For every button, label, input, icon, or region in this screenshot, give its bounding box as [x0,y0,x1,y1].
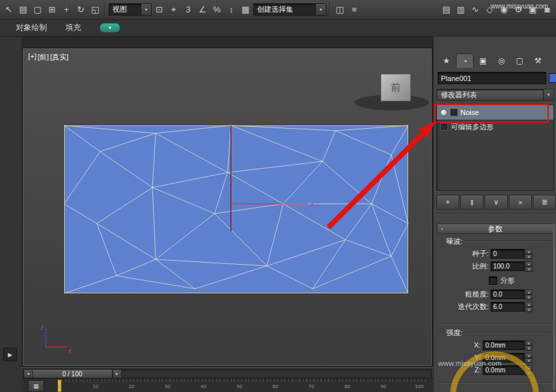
modifier-stack-row[interactable]: Noise [437,105,553,120]
param-value-field[interactable]: 0.0mm [483,340,525,350]
angle-snap-icon[interactable]: ∠ [196,3,209,17]
render-setup-icon[interactable]: ⚙ [512,3,525,17]
modifier-enable-bulb-icon[interactable] [440,109,447,116]
spinner-up-icon[interactable]: ▴ [525,249,532,254]
select-and-scale-icon[interactable]: ◱ [88,3,102,17]
spinner-down-icon[interactable]: ▾ [525,358,532,363]
spinner-up-icon[interactable]: ▴ [525,340,532,346]
selection-region-icon[interactable]: ▢ [31,3,44,17]
noise-rows: 种子:0▴▾比例:100.0▴▾ [438,248,552,271]
object-color-swatch[interactable] [549,73,556,83]
viewport-menu-general[interactable]: [+] [28,52,37,62]
frame-number: 50 [237,384,243,389]
parameters-rollout-header[interactable]: - 参数 [437,223,553,234]
frame-number: 70 [309,384,315,389]
render-production-icon[interactable]: ◙ [540,3,554,17]
modifier-stack[interactable]: Noise可编辑多边形 [436,105,554,191]
modifier-list-dropdown[interactable]: 修改器列表 ▼ [436,89,554,101]
viewcube[interactable]: 前 [381,74,411,101]
param-value-field[interactable]: 0.0mm [483,353,525,363]
create-tab[interactable]: ★ [438,54,455,68]
expand-panel-button[interactable]: ▶ [3,348,17,361]
spinner-down-icon[interactable]: ▾ [525,254,532,259]
snap-toggle-3d-icon[interactable]: 3 [181,3,195,17]
select-and-manipulate-icon[interactable]: ⌖ [167,3,181,17]
mini-curve-editor-button[interactable]: ▦ [28,380,44,392]
use-pivot-point-icon[interactable]: ⊡ [152,3,166,17]
layer-manager-icon[interactable]: ▤ [440,3,453,17]
spinner-up-icon[interactable]: ▴ [525,353,532,358]
viewport-front[interactable]: [+] [前] [真实] 前 x z x [22,37,433,367]
modifier-stack-row[interactable]: 可编辑多边形 [437,120,553,134]
object-name-field[interactable]: Plane001 [438,72,546,84]
hierarchy-tab[interactable]: ▣ [474,54,492,68]
configure-modifier-sets-button[interactable]: ≣ [533,195,556,210]
make-unique-button[interactable]: ∨ [485,195,508,210]
graphite-ribbon-icon[interactable]: ▥ [454,3,468,17]
mirror-icon[interactable]: ◫ [333,3,347,17]
previous-frame-button[interactable]: ◄ [24,369,33,378]
select-and-rotate-icon[interactable]: ↻ [74,3,88,17]
ribbon-tab-object-paint[interactable]: 对象绘制 [16,22,47,33]
select-object-icon[interactable]: ↖ [2,3,16,17]
schematic-view-icon[interactable]: ◇ [483,3,496,17]
remove-modifier-button[interactable]: × [509,195,532,210]
ribbon-tab-populate[interactable]: 填充 [65,22,81,33]
display-tab[interactable]: ▢ [511,54,529,68]
strength-parameter-group: 强度: X:0.0mm▴▾Y:0.0mm▴▾Z:0.0mm▴▾ [437,332,553,383]
spinner-up-icon[interactable]: ▴ [525,365,532,370]
fractal-checkbox[interactable] [489,276,497,285]
window-crossing-icon[interactable]: ⊞ [45,3,59,17]
track-bar[interactable]: ▦ 0102030405060708090100 [22,378,433,392]
named-selection-sets-dropdown[interactable]: 创建选择集 ▼ [253,3,326,16]
percent-snap-icon[interactable]: % [210,3,224,17]
panel-divider [436,213,554,214]
spinner-arrows: ▴▾ [525,365,532,375]
material-editor-icon[interactable]: ◉ [497,3,511,17]
chevron-down-icon[interactable]: ▼ [141,4,151,15]
spinner-down-icon[interactable]: ▾ [525,307,532,312]
pin-stack-button[interactable]: ⌖ [436,195,459,210]
ribbon-minimize-toggle[interactable]: ▾ [99,23,120,33]
reference-coordinate-dropdown[interactable]: 视图 ▼ [109,3,152,16]
spinner-down-icon[interactable]: ▾ [525,267,532,272]
viewport-menu-shading[interactable]: [真实] [50,52,69,62]
frame-number: 10 [93,384,99,389]
select-by-name-icon[interactable]: ▤ [16,3,30,17]
next-frame-button[interactable]: ► [113,369,122,378]
selection-tools-group: ↖▤▢⊞+↻◱ [2,3,102,17]
plane-object-wireframe[interactable]: x [64,125,408,293]
edit-named-selection-sets-icon[interactable]: ▦ [239,3,252,17]
plane-object[interactable] [65,126,408,293]
spinner-snap-icon[interactable]: ↕ [224,3,238,17]
align-icon[interactable]: ≡ [347,3,361,17]
chevron-down-icon[interactable]: ▼ [543,90,553,100]
param-value-field[interactable]: 0 [491,249,525,259]
viewport-canvas[interactable]: [+] [前] [真实] 前 x z x [23,48,432,366]
modify-tab[interactable]: ◔ [456,54,474,68]
param-value-field[interactable]: 0.0mm [483,365,525,375]
curve-editor-icon[interactable]: ∿ [468,3,482,17]
spinner-down-icon[interactable]: ▾ [525,370,532,376]
parameter-row: X:0.0mm▴▾ [438,340,552,350]
collapse-icon[interactable]: - [441,224,443,232]
panel-scrollbar[interactable] [553,223,555,391]
param-value-field[interactable]: 6.0 [491,302,525,312]
chevron-down-icon[interactable]: ▼ [315,4,326,15]
show-end-result-button[interactable]: ‖ [460,195,483,210]
viewport-menu-pov[interactable]: [前] [38,52,49,62]
axis-x-label: x [67,348,72,355]
spinner-down-icon[interactable]: ▾ [525,295,532,300]
utilities-tab[interactable]: ⚒ [529,54,547,68]
rendered-frame-window-icon[interactable]: ▣ [526,3,540,17]
spinner-up-icon[interactable]: ▴ [525,289,532,295]
param-value-field[interactable]: 0.0 [491,289,525,299]
command-panel: ★◔▣◎▢⚒ Plane001 修改器列表 ▼ Noise可编辑多边形 ⌖‖∨×… [433,37,556,392]
motion-tab[interactable]: ◎ [493,54,510,68]
spinner-down-icon[interactable]: ▾ [525,346,532,351]
param-value-field[interactable]: 100.0 [491,261,525,271]
spinner-up-icon[interactable]: ▴ [525,261,532,267]
select-and-move-icon[interactable]: + [60,3,73,17]
time-slider-handle[interactable]: 0 / 100 [32,369,113,378]
spinner-up-icon[interactable]: ▴ [525,302,532,307]
